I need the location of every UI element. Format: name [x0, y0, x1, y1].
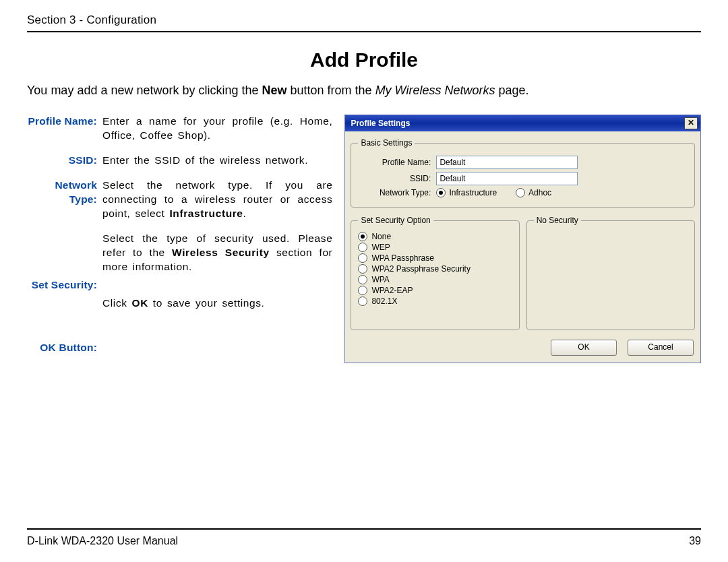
def-label-ok-button: OK Button: [27, 341, 101, 355]
page-footer: D-Link WDA-2320 User Manual 39 [27, 528, 701, 547]
intro-text-before: You may add a new network by clicking th… [27, 84, 262, 97]
def-label-ssid: SSID: [27, 154, 101, 168]
window-titlebar: Profile Settings ✕ [345, 115, 700, 131]
profile-name-label: Profile Name: [358, 158, 436, 167]
def-desc-security1: Select the type of security used. Please… [101, 232, 332, 274]
sec-opt-wpa-label: WPA [371, 275, 389, 284]
no-security-legend: No Security [534, 216, 581, 225]
basic-settings-group: Basic Settings Profile Name: Default SSI… [351, 138, 695, 208]
no-security-group: No Security [526, 216, 695, 330]
sec-opt-none[interactable]: None [358, 232, 512, 241]
footer-left: D-Link WDA-2320 User Manual [27, 535, 178, 547]
def-nettype-bold: Infrastructure [169, 208, 243, 219]
radio-icon [358, 243, 367, 252]
radio-icon [358, 296, 367, 306]
def-label-network-type: Network Type: [27, 179, 101, 207]
def-set-security-desc2: Click OK to save your settings. [27, 296, 332, 311]
def-desc-ssid: Enter the SSID of the wireless network. [101, 154, 332, 168]
sec-opt-wpa2eap-label: WPA2-EAP [371, 286, 413, 295]
radio-infrastructure[interactable]: Infrastructure [436, 188, 497, 197]
def-sec2-c: to save your settings. [148, 297, 265, 309]
sec-opt-wpa-passphrase[interactable]: WPA Passphrase [358, 253, 512, 263]
radio-icon [358, 232, 367, 241]
def-profile-name: Profile Name: Enter a name for your prof… [27, 115, 332, 143]
network-type-row: Network Type: Infrastructure Adhoc [358, 188, 688, 197]
ssid-input[interactable]: Default [436, 172, 578, 185]
footer-right: 39 [689, 535, 701, 547]
def-ssid: SSID: Enter the SSID of the wireless net… [27, 154, 332, 168]
sec-opt-wep[interactable]: WEP [358, 243, 512, 252]
def-set-security: Set Security: [27, 278, 332, 292]
def-label-set-security: Set Security: [27, 278, 101, 292]
page-title: Add Profile [27, 49, 701, 71]
def-label-profile-name: Profile Name: [27, 115, 101, 129]
def-desc-profile-name: Enter a name for your profile (e.g. Home… [101, 115, 332, 143]
radio-icon [516, 188, 525, 197]
radio-icon [358, 264, 367, 274]
network-type-label: Network Type: [358, 188, 436, 197]
intro-new-bold: New [262, 84, 287, 97]
radio-icon [358, 253, 367, 263]
def-set-security-desc1: Select the type of security used. Please… [27, 232, 332, 274]
intro-text-mid: button from the [287, 84, 375, 97]
intro-page-ref: My Wireless Networks [375, 84, 495, 97]
window-body: Basic Settings Profile Name: Default SSI… [345, 131, 700, 363]
ok-button[interactable]: OK [551, 340, 617, 356]
ssid-row: SSID: Default [358, 172, 688, 185]
sec-opt-wpa[interactable]: WPA [358, 275, 512, 284]
def-sec2-bold: OK [132, 297, 148, 309]
close-icon[interactable]: ✕ [684, 117, 698, 129]
basic-settings-legend: Basic Settings [358, 138, 415, 148]
sec-opt-none-label: None [371, 232, 391, 241]
definitions-column: Profile Name: Enter a name for your prof… [27, 115, 332, 366]
sec-opt-wpa2pass-label: WPA2 Passphrase Security [371, 264, 471, 274]
ssid-label: SSID: [358, 174, 436, 183]
intro-text-after: page. [495, 84, 528, 97]
cancel-button[interactable]: Cancel [628, 340, 694, 356]
button-row: OK Cancel [351, 336, 695, 356]
sec-opt-wpapass-label: WPA Passphrase [371, 253, 433, 263]
radio-adhoc-label: Adhoc [528, 188, 551, 197]
profile-name-row: Profile Name: Default [358, 156, 688, 169]
def-ok-button: OK Button: [27, 341, 332, 355]
def-nettype-c: . [243, 208, 247, 219]
def-network-type: Network Type: Select the network type. I… [27, 179, 332, 221]
sec-opt-wep-label: WEP [371, 243, 390, 252]
intro-paragraph: You may add a new network by clicking th… [27, 82, 701, 98]
radio-icon [358, 275, 367, 284]
def-desc-security2: Click OK to save your settings. [101, 296, 332, 311]
def-sec-bold: Wireless Security [172, 247, 270, 258]
sec-opt-8021x[interactable]: 802.1X [358, 296, 512, 306]
def-desc-network-type: Select the network type. If you are conn… [101, 179, 332, 221]
profile-settings-window: Profile Settings ✕ Basic Settings Profil… [344, 115, 701, 363]
radio-icon [358, 286, 367, 295]
sec-opt-8021x-label: 802.1X [371, 296, 397, 306]
profile-name-input[interactable]: Default [436, 156, 578, 169]
radio-icon [436, 188, 446, 197]
radio-adhoc[interactable]: Adhoc [516, 188, 551, 197]
def-sec2-a: Click [102, 297, 132, 309]
sec-opt-wpa2-passphrase[interactable]: WPA2 Passphrase Security [358, 264, 512, 274]
section-header: Section 3 - Configuration [27, 13, 701, 32]
security-option-group: Set Security Option None WEP WPA Passphr… [351, 216, 519, 330]
window-title-text: Profile Settings [351, 119, 410, 128]
sec-opt-wpa2eap[interactable]: WPA2-EAP [358, 286, 512, 295]
security-option-legend: Set Security Option [358, 216, 433, 225]
radio-infra-label: Infrastructure [449, 188, 497, 197]
